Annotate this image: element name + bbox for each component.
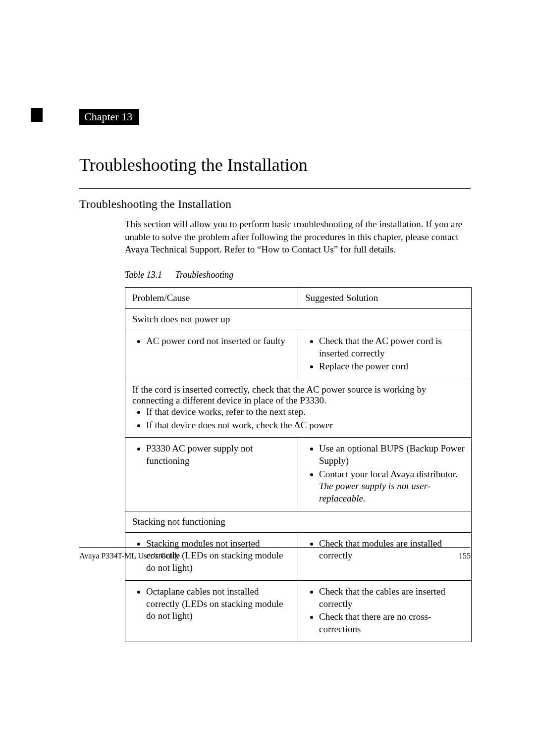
solution-item: Contact your local Avaya distributor. Th…	[319, 468, 465, 505]
section-heading: Troubleshooting the Installation	[79, 198, 471, 211]
table-section-row: Stacking not functioning	[125, 511, 472, 532]
section-title: Switch does not power up	[125, 308, 472, 330]
footer-page-number: 155	[459, 552, 471, 560]
table-row: AC power cord not inserted or faulty Che…	[125, 330, 472, 379]
problem-item: AC power cord not inserted or faulty	[146, 335, 292, 348]
problem-item: P3330 AC power supply not functioning	[146, 443, 292, 467]
header-problem: Problem/Cause	[125, 287, 298, 308]
chapter-title: Troubleshooting the Installation	[79, 154, 471, 175]
page-content: Chapter 13 Troubleshooting the Installat…	[0, 0, 535, 642]
problem-cell: P3330 AC power supply not functioning	[125, 438, 298, 511]
table-caption-title: Troubleshooting	[175, 270, 233, 280]
chapter-label: Chapter 13	[79, 109, 139, 125]
solution-cell: Check that the cables are inserted corre…	[298, 580, 472, 642]
note-item: If that device works, refer to the next …	[146, 406, 465, 418]
note-item: If that device does not work, check the …	[146, 419, 465, 432]
section-title: Stacking not functioning	[125, 511, 472, 532]
solution-cell: Use an optional BUPS (Backup Power Suppl…	[298, 438, 472, 511]
side-black-bar	[31, 108, 43, 122]
solution-item: Check that the cables are inserted corre…	[319, 586, 465, 610]
title-rule	[79, 188, 471, 189]
intro-paragraph: This section will allow you to perform b…	[125, 218, 471, 256]
table-row: P3330 AC power supply not functioning Us…	[125, 438, 472, 511]
table-row: If the cord is inserted correctly, check…	[125, 379, 472, 437]
solution-item: Use an optional BUPS (Backup Power Suppl…	[319, 443, 465, 467]
table-row: Octaplane cables not installed correctly…	[125, 580, 472, 642]
footer-doc-title: Avaya P334T-ML User’s Guide	[79, 552, 180, 560]
solution-item: Replace the power cord	[319, 360, 465, 373]
note-text: If the cord is inserted correctly, check…	[132, 384, 465, 406]
solution-italic: The power supply is not user-replaceable…	[319, 481, 430, 504]
solution-item: Check that there are no cross-correction…	[319, 611, 465, 635]
footer-rule	[79, 547, 471, 548]
solution-cell: Check that the AC power cord is inserted…	[298, 330, 472, 379]
note-cell: If the cord is inserted correctly, check…	[125, 379, 472, 437]
solution-item: Check that the AC power cord is inserted…	[319, 335, 465, 359]
page-footer: Avaya P334T-ML User’s Guide 155	[79, 547, 471, 560]
problem-cell: AC power cord not inserted or faulty	[125, 330, 298, 379]
table-caption: Table 13.1 Troubleshooting	[125, 270, 471, 280]
problem-cell: Octaplane cables not installed correctly…	[125, 580, 298, 642]
table-caption-number: Table 13.1	[125, 270, 162, 280]
problem-item: Octaplane cables not installed correctly…	[146, 586, 292, 622]
troubleshooting-table: Problem/Cause Suggested Solution Switch …	[125, 287, 472, 642]
header-solution: Suggested Solution	[298, 287, 472, 308]
table-section-row: Switch does not power up	[125, 308, 472, 330]
solution-text: Contact your local Avaya distributor.	[319, 469, 458, 479]
table-header-row: Problem/Cause Suggested Solution	[125, 287, 472, 308]
